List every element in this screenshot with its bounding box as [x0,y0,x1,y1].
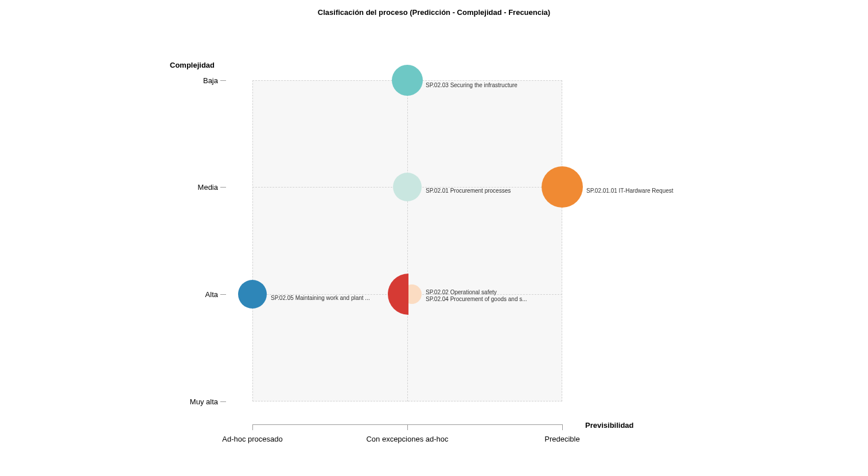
x-axis-title: Previsibilidad [585,421,634,430]
y-tick-baja: Baja [172,76,218,85]
y-axis-title: Complejidad [170,61,215,69]
bubble-securing-infra[interactable] [392,65,423,96]
bubble-it-hardware[interactable] [542,166,583,208]
bubble-label-operational-safety: SP.02.02 Operational safety [426,289,527,296]
plot-area [252,80,562,401]
x-tick-pred: Predecible [544,435,579,443]
bubble-label-securing-infra: SP.02.03 Securing the infrastructure [426,82,517,88]
bubble-label-maintaining: SP.02.05 Maintaining work and plant ... [271,295,370,301]
x-tick-excep: Con excepciones ad-hoc [366,435,448,443]
bubble-label-procurement-goods: SP.02.04 Procurement of goods and s... [426,296,527,303]
y-tick-media: Media [172,183,218,192]
bubble-label-ops-and-goods: SP.02.02 Operational safety SP.02.04 Pro… [426,289,527,303]
bubble-label-it-hardware: SP.02.01.01 IT-Hardware Request [586,188,674,194]
bubble-label-procurement-processes: SP.02.01 Procurement processes [426,188,511,194]
bubble-maintaining[interactable] [238,280,267,309]
chart-container: Clasificación del proceso (Predicción - … [0,0,868,476]
x-tick-adhoc: Ad-hoc procesado [222,435,283,443]
y-tick-muyalta: Muy alta [172,397,218,406]
bubble-procurement-processes[interactable] [393,173,422,201]
y-tick-alta: Alta [172,290,218,299]
chart-title: Clasificación del proceso (Predicción - … [0,8,868,17]
